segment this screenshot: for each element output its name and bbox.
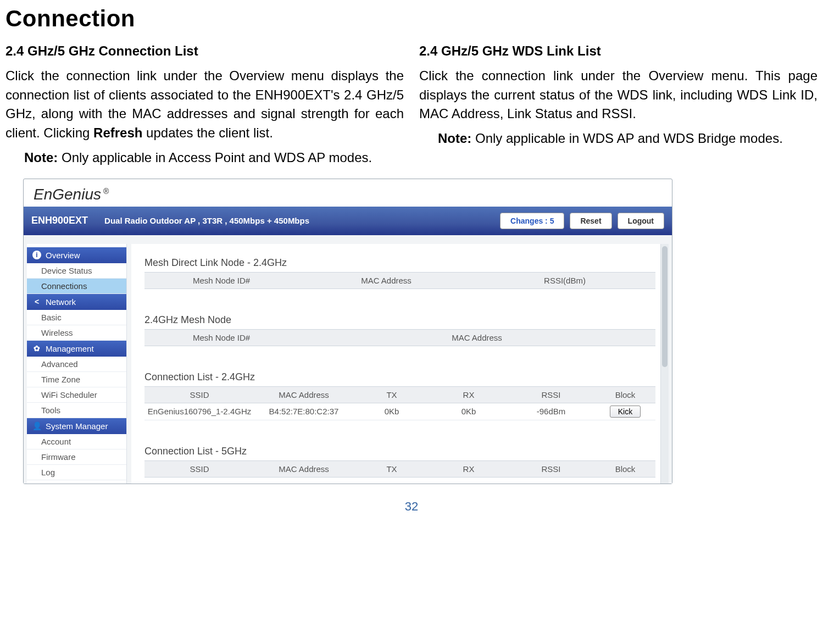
section-title: Connection List - 2.4GHz [144,362,655,386]
sidebar-head-system-manager[interactable]: 👤System Manager [27,418,126,434]
sidebar-item-advanced[interactable]: Advanced [27,357,126,372]
col-header: Mesh Node ID# [144,333,298,342]
col-header: MAC Address [298,333,655,342]
col-header: MAC Address [254,464,353,474]
main-panel: Mesh Direct Link Node - 2.4GHz Mesh Node… [131,244,669,484]
table-header: Mesh Node ID# MAC Address [144,329,655,346]
top-bar-left: ENH900EXT Dual Radio Outdoor AP , 3T3R ,… [31,215,309,226]
sidebar-item-device-status[interactable]: Device Status [27,263,126,279]
right-subheading: 2.4 GHz/5 GHz WDS Link List [419,42,818,61]
sidebar-item-connections[interactable]: Connections [27,279,126,294]
right-note: Note: Only applicable in WDS AP and WDS … [438,129,818,148]
model-desc: Dual Radio Outdoor AP , 3T3R , 450Mbps +… [104,216,309,225]
share-icon: < [32,297,41,306]
columns: 2.4 GHz/5 GHz Connection List Click the … [5,42,818,168]
sidebar-item-wireless[interactable]: Wireless [27,325,126,341]
screenshot-box: EnGenius ® ENH900EXT Dual Radio Outdoor … [23,179,672,484]
col-header: RX [430,464,507,474]
logo-text: EnGenius [34,186,101,203]
sidebar-item-wifi-scheduler[interactable]: WiFi Scheduler [27,387,126,403]
registered-icon: ® [103,187,109,196]
col-header: SSID [144,390,254,399]
right-column: 2.4 GHz/5 GHz WDS Link List Click the co… [419,42,818,168]
left-column: 2.4 GHz/5 GHz Connection List Click the … [5,42,404,168]
cell-block: Kick [595,406,655,418]
col-header: TX [353,390,430,399]
sidebar-label: Management [46,344,94,353]
sidebar: iOverview Device Status Connections <Net… [27,244,127,484]
sidebar-label: Network [46,297,76,307]
scrollbar[interactable] [660,244,669,484]
table-row: EnGenius160796_1-2.4GHz B4:52:7E:80:C2:3… [144,403,655,420]
person-icon: 👤 [32,421,41,430]
note-label: Note: [438,131,471,146]
col-header: Mesh Node ID# [144,276,298,285]
sidebar-item-account[interactable]: Account [27,434,126,449]
col-header: Block [595,390,655,399]
page-title: Connection [5,5,818,32]
section-mesh-node: 2.4GHz Mesh Node Mesh Node ID# MAC Addre… [131,301,669,358]
section-conn-5: Connection List - 5GHz SSID MAC Address … [131,432,669,478]
section-conn-24: Connection List - 2.4GHz SSID MAC Addres… [131,358,669,432]
col-header: MAC Address [254,390,353,399]
sidebar-label: System Manager [46,421,108,431]
col-header: Block [595,464,655,474]
left-note: Note: Only applicable in Access Point an… [24,148,404,168]
sidebar-item-basic[interactable]: Basic [27,310,126,325]
col-header: RX [430,390,507,399]
col-header: MAC Address [298,276,474,285]
logout-button[interactable]: Logout [618,213,664,229]
sidebar-head-overview[interactable]: iOverview [27,247,126,263]
col-header: RSSI [507,464,595,474]
text: updates the client list. [142,125,273,140]
col-header: SSID [144,464,254,474]
scroll-thumb[interactable] [662,246,668,367]
table-header: SSID MAC Address TX RX RSSI Block [144,460,655,478]
gear-icon: ✿ [32,344,41,353]
section-title: Connection List - 5GHz [144,436,655,460]
note-label: Note: [24,150,58,165]
sidebar-item-tools[interactable]: Tools [27,403,126,418]
cell-rx: 0Kb [430,407,507,416]
sidebar-head-management[interactable]: ✿Management [27,341,126,357]
table-header: SSID MAC Address TX RX RSSI Block [144,386,655,403]
content-wrap: iOverview Device Status Connections <Net… [24,235,672,484]
table-header: Mesh Node ID# MAC Address RSSI(dBm) [144,272,655,289]
note-text: Only applicable in Access Point and WDS … [58,150,372,165]
cell-tx: 0Kb [353,407,430,416]
info-icon: i [32,251,41,259]
top-bar: ENH900EXT Dual Radio Outdoor AP , 3T3R ,… [24,207,672,235]
sidebar-item-firmware[interactable]: Firmware [27,449,126,465]
right-para: Click the connection link under the Over… [419,66,818,124]
reset-button[interactable]: Reset [570,213,611,229]
logo-bar: EnGenius ® [24,179,672,207]
section-title: Mesh Direct Link Node - 2.4GHz [144,247,655,272]
section-mesh-direct: Mesh Direct Link Node - 2.4GHz Mesh Node… [131,244,669,301]
col-header: RSSI(dBm) [474,276,655,285]
model-label: ENH900EXT [31,215,88,226]
col-header: TX [353,464,430,474]
sidebar-item-time-zone[interactable]: Time Zone [27,372,126,387]
page-number: 32 [5,494,818,525]
section-title: 2.4GHz Mesh Node [144,304,655,329]
sidebar-head-network[interactable]: <Network [27,294,126,310]
left-para: Click the connection link under the Over… [5,66,404,143]
sidebar-label: Overview [46,251,80,260]
refresh-word: Refresh [93,125,142,140]
sidebar-item-log[interactable]: Log [27,465,126,480]
left-subheading: 2.4 GHz/5 GHz Connection List [5,42,404,61]
kick-button[interactable]: Kick [610,406,641,418]
changes-button[interactable]: Changes : 5 [500,213,564,229]
top-bar-right: Changes : 5 Reset Logout [500,213,664,229]
cell-rssi: -96dBm [507,407,595,416]
col-header: RSSI [507,390,595,399]
cell-ssid: EnGenius160796_1-2.4GHz [144,407,254,416]
cell-mac: B4:52:7E:80:C2:37 [254,407,353,416]
note-text: Only applicable in WDS AP and WDS Bridge… [471,131,782,146]
